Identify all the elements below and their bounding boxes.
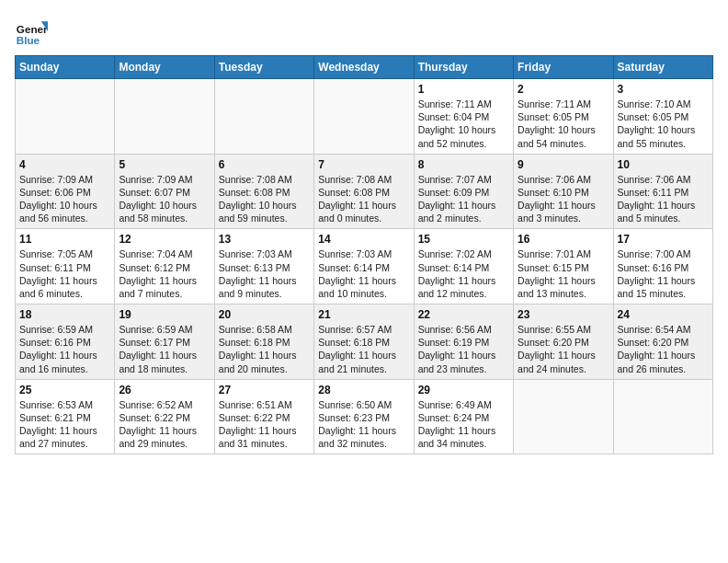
day-number: 17 — [618, 233, 709, 246]
day-number: 12 — [119, 233, 210, 246]
calendar-day: 17Sunrise: 7:00 AM Sunset: 6:16 PM Dayli… — [613, 229, 712, 304]
day-number: 8 — [418, 158, 509, 171]
day-number: 23 — [518, 308, 609, 321]
calendar-day: 4Sunrise: 7:09 AM Sunset: 6:06 PM Daylig… — [16, 154, 115, 229]
day-info: Sunrise: 6:53 AM Sunset: 6:21 PM Dayligh… — [19, 398, 110, 451]
day-info: Sunrise: 7:10 AM Sunset: 6:05 PM Dayligh… — [618, 98, 709, 150]
day-number: 9 — [518, 158, 609, 171]
calendar-day: 15Sunrise: 7:02 AM Sunset: 6:14 PM Dayli… — [414, 229, 513, 304]
day-number: 14 — [318, 233, 409, 246]
calendar-day: 2Sunrise: 7:11 AM Sunset: 6:05 PM Daylig… — [514, 79, 613, 155]
calendar-header-sunday: Sunday — [16, 56, 115, 79]
day-info: Sunrise: 6:49 AM Sunset: 6:24 PM Dayligh… — [418, 398, 509, 451]
calendar-day — [16, 79, 115, 155]
day-info: Sunrise: 6:57 AM Sunset: 6:18 PM Dayligh… — [318, 323, 409, 375]
calendar-day: 14Sunrise: 7:03 AM Sunset: 6:14 PM Dayli… — [314, 229, 414, 304]
day-number: 29 — [418, 384, 509, 396]
day-info: Sunrise: 7:06 AM Sunset: 6:10 PM Dayligh… — [518, 173, 609, 225]
calendar-day — [613, 379, 712, 454]
day-info: Sunrise: 7:04 AM Sunset: 6:12 PM Dayligh… — [119, 247, 210, 300]
day-info: Sunrise: 6:56 AM Sunset: 6:19 PM Dayligh… — [418, 323, 509, 375]
day-number: 18 — [19, 308, 110, 321]
calendar-day: 3Sunrise: 7:10 AM Sunset: 6:05 PM Daylig… — [613, 79, 712, 155]
day-number: 25 — [19, 384, 110, 396]
day-number: 11 — [19, 233, 110, 246]
day-number: 7 — [318, 158, 409, 171]
calendar-week-row: 1Sunrise: 7:11 AM Sunset: 6:04 PM Daylig… — [16, 79, 713, 155]
day-number: 6 — [219, 158, 310, 171]
day-info: Sunrise: 7:07 AM Sunset: 6:09 PM Dayligh… — [418, 173, 509, 225]
calendar-day: 10Sunrise: 7:06 AM Sunset: 6:11 PM Dayli… — [613, 154, 712, 229]
calendar-day: 25Sunrise: 6:53 AM Sunset: 6:21 PM Dayli… — [16, 379, 115, 454]
svg-text:Blue: Blue — [17, 34, 40, 46]
calendar-week-row: 25Sunrise: 6:53 AM Sunset: 6:21 PM Dayli… — [16, 379, 713, 454]
calendar-header-tuesday: Tuesday — [214, 56, 313, 79]
calendar-day: 29Sunrise: 6:49 AM Sunset: 6:24 PM Dayli… — [414, 379, 513, 454]
calendar-day: 22Sunrise: 6:56 AM Sunset: 6:19 PM Dayli… — [414, 304, 513, 380]
calendar-day — [115, 79, 214, 155]
calendar-header-saturday: Saturday — [613, 56, 712, 79]
day-info: Sunrise: 7:11 AM Sunset: 6:04 PM Dayligh… — [418, 98, 509, 150]
calendar-week-row: 11Sunrise: 7:05 AM Sunset: 6:11 PM Dayli… — [16, 229, 713, 304]
day-number: 27 — [219, 384, 310, 396]
calendar-day: 9Sunrise: 7:06 AM Sunset: 6:10 PM Daylig… — [514, 154, 613, 229]
day-info: Sunrise: 6:50 AM Sunset: 6:23 PM Dayligh… — [318, 398, 409, 451]
calendar-day: 28Sunrise: 6:50 AM Sunset: 6:23 PM Dayli… — [314, 379, 414, 454]
day-info: Sunrise: 7:11 AM Sunset: 6:05 PM Dayligh… — [518, 98, 609, 150]
calendar-day: 13Sunrise: 7:03 AM Sunset: 6:13 PM Dayli… — [214, 229, 313, 304]
logo-icon: General Blue — [15, 15, 48, 48]
calendar-table: SundayMondayTuesdayWednesdayThursdayFrid… — [15, 55, 713, 454]
day-info: Sunrise: 6:52 AM Sunset: 6:22 PM Dayligh… — [119, 398, 210, 451]
calendar-day: 26Sunrise: 6:52 AM Sunset: 6:22 PM Dayli… — [115, 379, 214, 454]
calendar-day: 11Sunrise: 7:05 AM Sunset: 6:11 PM Dayli… — [16, 229, 115, 304]
day-number: 4 — [19, 158, 110, 171]
day-number: 2 — [518, 83, 609, 96]
day-info: Sunrise: 7:09 AM Sunset: 6:07 PM Dayligh… — [119, 173, 210, 225]
day-info: Sunrise: 7:02 AM Sunset: 6:14 PM Dayligh… — [418, 247, 509, 300]
calendar-day: 23Sunrise: 6:55 AM Sunset: 6:20 PM Dayli… — [514, 304, 613, 380]
day-number: 16 — [518, 233, 609, 246]
day-info: Sunrise: 7:08 AM Sunset: 6:08 PM Dayligh… — [318, 173, 409, 225]
day-number: 26 — [119, 384, 210, 396]
day-info: Sunrise: 7:05 AM Sunset: 6:11 PM Dayligh… — [19, 247, 110, 300]
day-info: Sunrise: 6:59 AM Sunset: 6:17 PM Dayligh… — [119, 323, 210, 375]
day-info: Sunrise: 6:54 AM Sunset: 6:20 PM Dayligh… — [618, 323, 709, 375]
day-info: Sunrise: 7:06 AM Sunset: 6:11 PM Dayligh… — [618, 173, 709, 225]
calendar-day: 7Sunrise: 7:08 AM Sunset: 6:08 PM Daylig… — [314, 154, 414, 229]
day-info: Sunrise: 7:00 AM Sunset: 6:16 PM Dayligh… — [618, 247, 709, 300]
calendar-day: 5Sunrise: 7:09 AM Sunset: 6:07 PM Daylig… — [115, 154, 214, 229]
calendar-header-friday: Friday — [514, 56, 613, 79]
day-number: 3 — [618, 83, 709, 96]
calendar-day: 12Sunrise: 7:04 AM Sunset: 6:12 PM Dayli… — [115, 229, 214, 304]
calendar-day: 19Sunrise: 6:59 AM Sunset: 6:17 PM Dayli… — [115, 304, 214, 380]
day-info: Sunrise: 7:03 AM Sunset: 6:13 PM Dayligh… — [219, 247, 310, 300]
calendar-week-row: 18Sunrise: 6:59 AM Sunset: 6:16 PM Dayli… — [16, 304, 713, 380]
day-number: 28 — [318, 384, 409, 396]
day-number: 24 — [618, 308, 709, 321]
day-info: Sunrise: 7:01 AM Sunset: 6:15 PM Dayligh… — [518, 247, 609, 300]
calendar-week-row: 4Sunrise: 7:09 AM Sunset: 6:06 PM Daylig… — [16, 154, 713, 229]
calendar-day — [214, 79, 313, 155]
calendar-header-thursday: Thursday — [414, 56, 513, 79]
day-number: 22 — [418, 308, 509, 321]
calendar-header-monday: Monday — [115, 56, 214, 79]
calendar-day: 8Sunrise: 7:07 AM Sunset: 6:09 PM Daylig… — [414, 154, 513, 229]
day-number: 10 — [618, 158, 709, 171]
day-number: 20 — [219, 308, 310, 321]
day-info: Sunrise: 7:09 AM Sunset: 6:06 PM Dayligh… — [19, 173, 110, 225]
day-info: Sunrise: 7:03 AM Sunset: 6:14 PM Dayligh… — [318, 247, 409, 300]
day-number: 5 — [119, 158, 210, 171]
calendar-day: 16Sunrise: 7:01 AM Sunset: 6:15 PM Dayli… — [514, 229, 613, 304]
day-number: 13 — [219, 233, 310, 246]
calendar-day: 6Sunrise: 7:08 AM Sunset: 6:08 PM Daylig… — [214, 154, 313, 229]
day-info: Sunrise: 7:08 AM Sunset: 6:08 PM Dayligh… — [219, 173, 310, 225]
calendar-header-row: SundayMondayTuesdayWednesdayThursdayFrid… — [16, 56, 713, 79]
day-info: Sunrise: 6:58 AM Sunset: 6:18 PM Dayligh… — [219, 323, 310, 375]
calendar-day: 27Sunrise: 6:51 AM Sunset: 6:22 PM Dayli… — [214, 379, 313, 454]
day-info: Sunrise: 6:59 AM Sunset: 6:16 PM Dayligh… — [19, 323, 110, 375]
calendar-header-wednesday: Wednesday — [314, 56, 414, 79]
calendar-day — [514, 379, 613, 454]
calendar-day: 18Sunrise: 6:59 AM Sunset: 6:16 PM Dayli… — [16, 304, 115, 380]
day-info: Sunrise: 6:51 AM Sunset: 6:22 PM Dayligh… — [219, 398, 310, 451]
day-number: 21 — [318, 308, 409, 321]
